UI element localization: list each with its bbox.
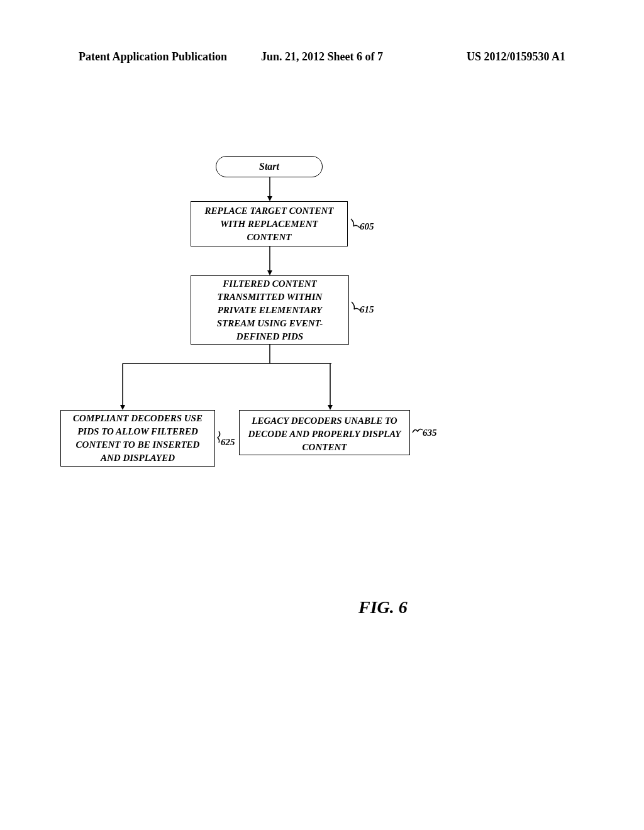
svg-marker-3 [267,270,272,275]
header-publication-label: Patent Application Publication [79,50,241,64]
process-box-605: REPLACE TARGET CONTENT WITH REPLACEMENT … [191,201,348,246]
process-box-615: FILTERED CONTENT TRANSMITTED WITHIN PRIV… [191,275,349,345]
split-horizontal [123,362,331,365]
ref-625: 625 [221,437,235,448]
process-box-625: COMPLIANT DECODERS USE PIDS TO ALLOW FIL… [60,410,215,467]
arrow-start-to-605 [267,177,273,201]
header-date-sheet: Jun. 21, 2012 Sheet 6 of 7 [241,50,403,64]
flowchart-diagram: Start REPLACE TARGET CONTENT WITH REPLAC… [0,126,644,566]
svg-marker-1 [267,196,272,201]
arrow-615-to-split [267,345,273,363]
ref-635: 635 [423,428,437,438]
arrow-605-to-615 [267,246,273,275]
start-node: Start [216,156,323,177]
process-box-635: LEGACY DECODERS UNABLE TO DECODE AND PRO… [239,410,410,455]
arrow-split-to-635 [327,362,333,410]
figure-label: FIG. 6 [358,597,408,617]
process-635-text: LEGACY DECODERS UNABLE TO DECODE AND PRO… [247,414,402,454]
header-publication-number: US 2012/0159530 A1 [403,50,565,64]
ref-605: 605 [360,221,374,232]
svg-marker-7 [120,405,125,410]
svg-marker-9 [328,405,333,410]
page-header: Patent Application Publication Jun. 21, … [0,50,644,64]
process-625-text: COMPLIANT DECODERS USE PIDS TO ALLOW FIL… [69,412,207,465]
curly-635 [411,424,424,435]
process-615-text: FILTERED CONTENT TRANSMITTED WITHIN PRIV… [199,277,341,343]
start-label: Start [259,161,279,172]
arrow-split-to-625 [119,362,126,410]
process-605-text: REPLACE TARGET CONTENT WITH REPLACEMENT … [199,204,340,244]
ref-615: 615 [360,304,374,315]
